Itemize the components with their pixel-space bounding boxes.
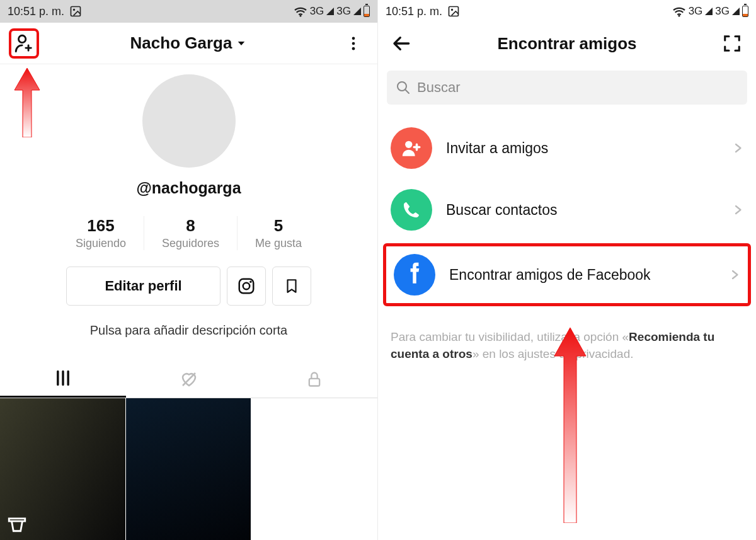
username-handle: @nachogarga	[136, 179, 241, 197]
bookmark-button[interactable]	[272, 267, 311, 306]
facebook-icon	[405, 261, 424, 289]
profile-name-dropdown[interactable]: Nacho Garga	[130, 33, 248, 53]
wifi-icon	[672, 6, 686, 17]
svg-rect-11	[309, 378, 319, 386]
more-menu-button[interactable]	[338, 28, 369, 59]
invite-friends-row[interactable]: Invitar a amigos	[378, 117, 756, 179]
signal-text-1: 3G	[689, 5, 703, 18]
following-stat[interactable]: 165 Siguiendo	[58, 216, 144, 250]
invite-label: Invitar a amigos	[446, 140, 718, 157]
grid-icon	[54, 369, 72, 387]
back-button[interactable]	[387, 28, 417, 59]
svg-point-5	[352, 42, 355, 45]
tab-videos[interactable]	[0, 363, 126, 398]
add-friends-button[interactable]	[9, 28, 39, 59]
profile-tabs	[0, 363, 377, 398]
more-vertical-icon	[345, 35, 362, 52]
privacy-hint: Para cambiar tu visibilidad, utiliza la …	[378, 315, 756, 362]
signal-text-1: 3G	[310, 5, 324, 18]
add-person-icon	[13, 33, 35, 54]
find-friends-screen: 10:51 p. m. 3G 3G Encontrar amigos Busca	[378, 0, 756, 540]
svg-line-16	[405, 89, 409, 93]
search-input[interactable]: Buscar	[387, 71, 747, 105]
person-add-icon	[401, 137, 422, 159]
search-placeholder: Buscar	[417, 79, 460, 96]
search-icon	[396, 80, 411, 95]
svg-rect-0	[71, 7, 81, 16]
facebook-icon-circle	[394, 254, 435, 296]
edit-profile-button[interactable]: Editar perfil	[66, 267, 220, 306]
avatar[interactable]	[142, 74, 236, 168]
lock-icon	[306, 370, 323, 389]
phone-icon	[401, 200, 421, 220]
status-bar: 10:51 p. m. 3G 3G	[378, 0, 756, 23]
svg-point-2	[299, 15, 301, 17]
contacts-label: Buscar contactos	[446, 202, 718, 219]
signal-triangle-icon	[705, 8, 713, 15]
likes-label: Me gusta	[255, 237, 302, 250]
battery-icon	[742, 6, 748, 17]
svg-point-6	[352, 47, 355, 50]
followers-count: 8	[186, 216, 195, 236]
profile-body: @nachogarga 165 Siguiendo 8 Seguidores 5…	[0, 64, 377, 344]
find-contacts-row[interactable]: Buscar contactos	[378, 179, 756, 241]
signal-triangle-icon	[326, 8, 334, 15]
bio-hint[interactable]: Pulsa para añadir descripción corta	[90, 323, 288, 338]
battery-icon	[364, 6, 370, 17]
video-grid	[0, 398, 377, 540]
video-thumb-empty	[251, 398, 377, 540]
instagram-icon	[237, 277, 256, 296]
image-icon	[69, 5, 82, 18]
facebook-label: Encontrar amigos de Facebook	[449, 267, 715, 284]
following-label: Siguiendo	[76, 237, 126, 250]
profile-header: Nacho Garga	[0, 23, 377, 64]
signal-text-2: 3G	[336, 5, 351, 18]
svg-point-9	[249, 280, 252, 283]
find-friends-header: Encontrar amigos	[378, 23, 756, 64]
instagram-button[interactable]	[227, 267, 266, 306]
page-title-label: Encontrar amigos	[497, 34, 636, 54]
svg-point-3	[19, 35, 26, 42]
arrow-left-icon	[392, 33, 412, 54]
status-time: 10:51 p. m.	[386, 5, 442, 18]
qr-scan-icon	[723, 34, 742, 53]
wifi-icon	[294, 6, 307, 17]
profile-name-label: Nacho Garga	[130, 33, 232, 53]
image-icon	[447, 5, 460, 18]
video-thumb[interactable]	[0, 398, 125, 540]
signal-triangle-icon	[732, 8, 740, 15]
svg-point-1	[73, 9, 75, 11]
stats-row: 165 Siguiendo 8 Seguidores 5 Me gusta	[0, 216, 377, 250]
hint-pre: Para cambiar tu visibilidad, utiliza la …	[391, 330, 629, 343]
svg-point-4	[352, 37, 355, 40]
video-thumb[interactable]	[126, 398, 251, 540]
followers-label: Seguidores	[162, 237, 219, 250]
status-bar: 10:51 p. m. 3G 3G	[0, 0, 377, 23]
svg-rect-12	[449, 7, 459, 16]
hint-post: » en los ajustes de privacidad.	[472, 347, 634, 360]
bookmark-icon	[284, 277, 300, 296]
tab-private[interactable]	[251, 363, 377, 398]
signal-text-2: 3G	[715, 5, 730, 18]
page-title: Encontrar amigos	[497, 34, 636, 54]
likes-stat[interactable]: 5 Me gusta	[237, 216, 319, 250]
heart-off-icon	[178, 370, 200, 389]
svg-point-14	[678, 15, 680, 17]
contacts-icon-circle	[391, 189, 432, 231]
chevron-right-icon	[732, 201, 743, 219]
qr-scan-button[interactable]	[717, 28, 747, 59]
pin-icon	[6, 512, 28, 534]
chevron-right-icon	[732, 139, 743, 157]
facebook-friends-row[interactable]: Encontrar amigos de Facebook	[383, 243, 751, 306]
chevron-right-icon	[729, 266, 740, 284]
following-count: 165	[87, 216, 114, 236]
options-list: Invitar a amigos Buscar contactos Encont…	[378, 111, 756, 315]
status-time: 10:51 p. m.	[8, 5, 64, 18]
chevron-down-icon	[236, 38, 247, 49]
profile-screen: 10:51 p. m. 3G 3G Nacho Garga	[0, 0, 378, 540]
signal-triangle-icon	[353, 8, 361, 15]
tab-liked[interactable]	[126, 363, 252, 398]
svg-point-8	[243, 283, 249, 290]
followers-stat[interactable]: 8 Seguidores	[144, 216, 237, 250]
likes-count: 5	[274, 216, 283, 236]
